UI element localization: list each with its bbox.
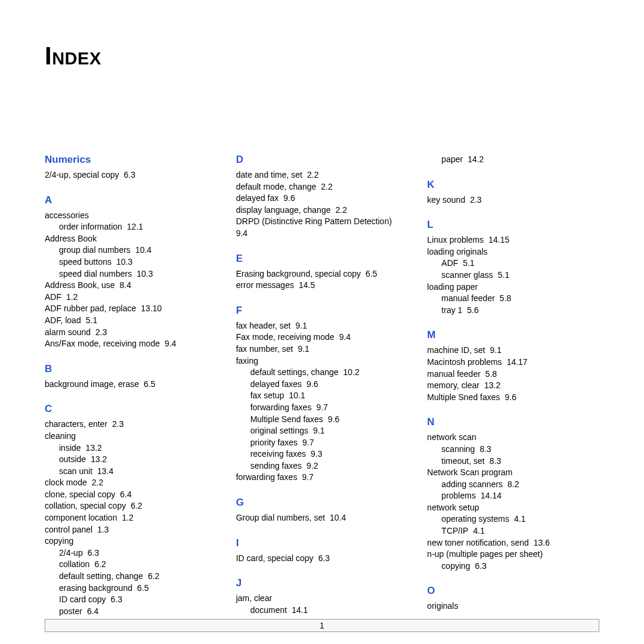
index-entry: manual feeder5.8 (427, 369, 599, 380)
entry-text: document (250, 605, 287, 615)
index-entry: problems14.14 (427, 490, 599, 502)
entry-page: 14.15 (488, 235, 509, 244)
index-entry: operating systems4.1 (427, 513, 599, 525)
entry-page: 8.3 (479, 444, 491, 454)
entry-page: 10.3 (137, 269, 153, 278)
section-heading: E (236, 253, 408, 265)
entry-text: problems (441, 491, 476, 500)
entry-text: machine ID, set (427, 345, 485, 355)
entry-text: Ans/Fax mode, receiving mode (45, 339, 160, 348)
index-entry: Address Book, use8.4 (45, 280, 217, 292)
index-entry: delayed fax9.6 (236, 193, 408, 205)
entry-text: priority faxes (250, 438, 298, 447)
entry-page: 9.1 (296, 321, 307, 330)
section-heading: C (45, 403, 217, 415)
index-entry: machine ID, set9.1 (427, 345, 599, 357)
entry-text: manual feeder (441, 293, 495, 303)
entry-text: clone, special copy (45, 490, 115, 499)
index-entry: speed buttons10.3 (45, 256, 217, 268)
index-entry: originals (427, 600, 599, 612)
entry-text: sending faxes (250, 461, 302, 470)
entry-text: scanner glass (441, 270, 493, 280)
index-entry: paper14.2 (427, 154, 599, 166)
index-entry: Address Book (45, 233, 217, 245)
index-entry: erasing background6.5 (45, 583, 217, 595)
entry-text: fax number, set (236, 344, 293, 354)
entry-text: new toner notification, send (427, 538, 528, 547)
entry-page: 13.4 (97, 466, 113, 476)
entry-page: 9.2 (306, 461, 318, 470)
entry-text: network setup (427, 503, 479, 512)
entry-text: Network Scan program (427, 467, 512, 477)
entry-page: 2.2 (321, 182, 332, 191)
index-entry: outside13.2 (45, 454, 217, 466)
entry-text: adding scanners (441, 479, 503, 489)
entry-text: receiving faxes (250, 449, 306, 459)
index-entry: ADF, load5.1 (45, 315, 217, 327)
index-entry: jam, clear (236, 593, 408, 605)
entry-page: 6.5 (144, 379, 155, 389)
index-entry: ADF1.2 (45, 292, 217, 304)
entry-text: order information (59, 222, 122, 231)
entry-text: Address Book, use (45, 280, 115, 290)
entry-text: inside (59, 443, 81, 453)
index-entry: group dial numbers10.4 (45, 244, 217, 256)
entry-page: 1.3 (97, 525, 109, 534)
entry-text: ADF (45, 292, 61, 302)
entry-text: ID card, special copy (236, 553, 314, 563)
index-entry: tray 15.6 (427, 305, 599, 317)
index-entry: Multiple Send faxes9.6 (236, 414, 408, 426)
index-entry: forwarding faxes9.7 (236, 472, 408, 484)
entry-page: 10.2 (343, 367, 360, 377)
entry-text: default settings, change (250, 367, 339, 377)
section-heading: G (236, 497, 408, 509)
entry-text: faxing (236, 356, 258, 366)
entry-page: 6.3 (475, 561, 487, 571)
page-number: 1 (320, 621, 324, 630)
entry-text: Address Book (45, 234, 97, 243)
index-entry: collation, special copy6.2 (45, 500, 217, 512)
entry-text: 2/4-up (59, 548, 83, 558)
section-heading: K (427, 179, 599, 191)
index-entry: Macintosh problems14.17 (427, 357, 599, 369)
index-entry: ID card copy6.3 (45, 594, 217, 606)
index-entry: manual feeder5.8 (427, 293, 599, 305)
index-entry: background image, erase6.5 (45, 379, 217, 391)
index-entry: cleaning (45, 431, 217, 442)
entry-text: key sound (427, 195, 465, 205)
index-entry: loading paper (427, 281, 599, 293)
entry-page: 2.2 (335, 205, 346, 215)
index-entry: sending faxes9.2 (236, 460, 408, 472)
entry-page: 9.7 (302, 438, 314, 447)
entry-page: 13.2 (484, 380, 500, 390)
entry-page: 8.2 (507, 479, 519, 489)
index-entry: key sound2.3 (427, 194, 599, 206)
index-entry: accessories (45, 210, 217, 222)
entry-page: 13.6 (534, 538, 550, 547)
index-entry: default setting, change6.2 (45, 571, 217, 583)
index-entry: scanner glass5.1 (427, 270, 599, 281)
entry-text: cleaning (45, 431, 76, 441)
entry-text: date and time, set (236, 170, 302, 179)
index-column: paper14.2Kkey sound2.3LLinux problems14.… (427, 154, 599, 629)
entry-page: 8.3 (490, 456, 501, 466)
entry-page: 14.17 (507, 357, 528, 367)
entry-text: loading paper (427, 282, 478, 292)
entry-text: scan unit (59, 466, 92, 476)
index-entry: Multiple Sned faxes9.6 (427, 392, 599, 404)
entry-page: 6.3 (318, 553, 330, 563)
page-footer: 1 (45, 619, 599, 632)
entry-page: 5.1 (463, 258, 474, 268)
index-entry: control panel1.3 (45, 524, 217, 536)
entry-page: 6.3 (88, 548, 99, 558)
entry-page: 6.2 (94, 559, 106, 569)
entry-text: paper (441, 154, 463, 164)
entry-page: 9.7 (316, 402, 327, 412)
entry-text: operating systems (441, 514, 509, 524)
entry-text: Macintosh problems (427, 357, 501, 367)
index-entry: Fax mode, receiving mode9.4 (236, 332, 408, 343)
index-entry: default mode, change2.2 (236, 181, 408, 193)
section-heading: Numerics (45, 154, 217, 166)
section-heading: F (236, 305, 408, 317)
entry-page: 2.2 (307, 170, 318, 179)
